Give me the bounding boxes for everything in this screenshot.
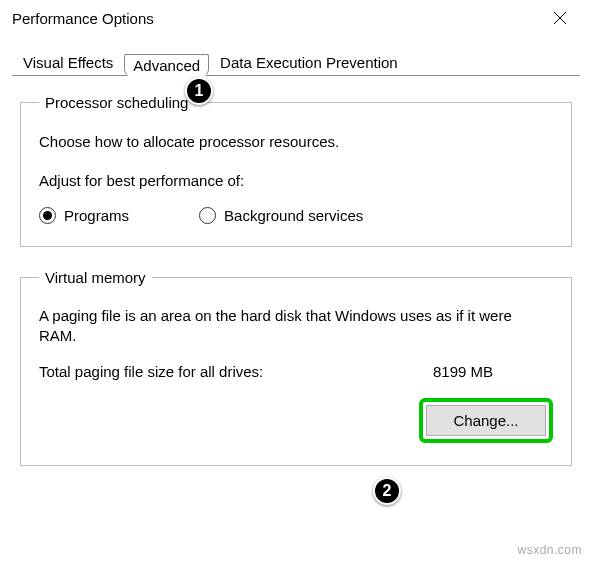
radio-programs[interactable]: Programs: [39, 207, 129, 224]
tab-data-execution-prevention[interactable]: Data Execution Prevention: [209, 49, 409, 76]
radio-background-label: Background services: [224, 207, 363, 224]
window-title: Performance Options: [12, 10, 154, 27]
tab-content: Processor scheduling Choose how to alloc…: [0, 76, 592, 506]
close-icon: [554, 12, 566, 24]
radio-icon: [39, 207, 56, 224]
total-paging-value: 8199 MB: [433, 363, 553, 380]
radio-icon: [199, 207, 216, 224]
processor-description: Choose how to allocate processor resourc…: [39, 133, 553, 150]
virtual-memory-group: Virtual memory A paging file is an area …: [20, 269, 572, 466]
virtual-memory-description: A paging file is an area on the hard dis…: [39, 306, 553, 347]
tab-strip: Visual Effects Advanced Data Execution P…: [0, 46, 592, 76]
total-paging-label: Total paging file size for all drives:: [39, 363, 263, 380]
radio-background-services[interactable]: Background services: [199, 207, 363, 224]
tab-visual-effects[interactable]: Visual Effects: [12, 49, 124, 76]
processor-scheduling-group: Processor scheduling Choose how to alloc…: [20, 94, 572, 247]
processor-scheduling-legend: Processor scheduling: [39, 94, 194, 111]
title-bar: Performance Options: [0, 0, 592, 36]
change-button-highlight: Change...: [419, 398, 553, 443]
virtual-memory-legend: Virtual memory: [39, 269, 152, 286]
watermark: wsxdn.com: [517, 543, 582, 557]
tab-advanced[interactable]: Advanced: [124, 54, 209, 77]
adjust-label: Adjust for best performance of:: [39, 172, 553, 189]
close-button[interactable]: [540, 4, 580, 32]
change-button[interactable]: Change...: [426, 405, 546, 436]
radio-programs-label: Programs: [64, 207, 129, 224]
annotation-callout-1: 1: [185, 77, 213, 105]
annotation-callout-2: 2: [373, 477, 401, 505]
